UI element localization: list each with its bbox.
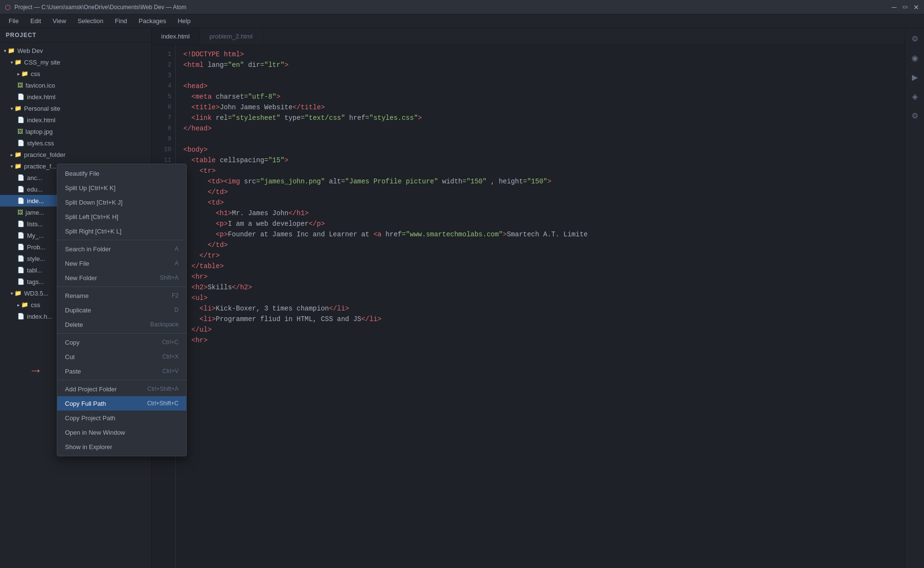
ctx-label: Open in New Window <box>65 429 125 436</box>
ctx-item-split-up-[ctrl+k-k][interactable]: Split Up [Ctrl+K K] <box>57 181 186 195</box>
ctx-label: Rename <box>65 292 89 299</box>
ctx-label: Split Right [Ctrl+K L] <box>65 228 121 235</box>
ctx-label: Search in Folder <box>65 245 111 253</box>
tree-arrow-css: ▸ <box>17 71 20 77</box>
ctx-separator-9 <box>57 286 186 287</box>
tab-0[interactable]: index.html <box>152 28 200 45</box>
menu-item-help[interactable]: Help <box>173 16 195 26</box>
tree-icon-web-dev: 📁 <box>8 47 15 54</box>
tree-icon-edu: 📄 <box>17 186 25 193</box>
ctx-label: Beautify File <box>65 170 100 177</box>
tree-icon-my: 📄 <box>17 232 25 239</box>
menu-item-file[interactable]: File <box>4 16 24 26</box>
tree-label-web-dev: Web Dev <box>17 47 43 54</box>
tree-item-favicon[interactable]: 🖼favicon.ico <box>0 79 151 91</box>
tree-item-index-personal[interactable]: 📄index.html <box>0 114 151 126</box>
line-number-10: 10 <box>152 144 171 155</box>
tree-label-practice-folder: pracrice_folder <box>24 151 65 158</box>
tree-item-css[interactable]: ▸📁css <box>0 68 151 79</box>
ctx-item-split-down-[ctrl+k-j][interactable]: Split Down [Ctrl+K J] <box>57 195 186 209</box>
window-controls: ─ ▭ ✕ <box>892 3 919 11</box>
tree-label-wd35: WD3.5... <box>24 290 49 297</box>
ctx-item-duplicate[interactable]: DuplicateD <box>57 303 186 317</box>
ctx-item-new-folder[interactable]: New FolderShift+A <box>57 271 186 285</box>
line-number-4: 4 <box>152 81 171 91</box>
tree-icon-css-wd: 📁 <box>21 301 28 308</box>
ctx-item-copy-project-path[interactable]: Copy Project Path <box>57 411 186 425</box>
tabs-bar: index.htmlproblem_2.html <box>152 28 905 45</box>
ctx-separator-5 <box>57 240 186 240</box>
ctx-shortcut: Ctrl+Shift+A <box>147 386 179 392</box>
ctx-item-search-in-folder[interactable]: Search in FolderA <box>57 242 186 256</box>
ctx-item-split-left-[ctrl+k-h][interactable]: Split Left [Ctrl+K H] <box>57 209 186 224</box>
record-icon[interactable]: ▶ <box>908 70 922 84</box>
tree-icon-styles-css: 📄 <box>17 140 25 146</box>
menu-item-find[interactable]: Find <box>110 16 132 26</box>
ctx-item-add-project-folder[interactable]: Add Project FolderCtrl+Shift+A <box>57 382 186 396</box>
settings-icon[interactable]: ⚙ <box>908 32 922 45</box>
tree-icon-index-css: 📄 <box>17 93 25 100</box>
ctx-item-beautify-file[interactable]: Beautify File <box>57 166 186 181</box>
tree-icon-laptop-jpg: 🖼 <box>17 128 23 135</box>
config-icon[interactable]: ⚙ <box>908 109 922 122</box>
menu-item-selection[interactable]: Selection <box>73 16 108 26</box>
tree-icon-wd35: 📁 <box>14 290 22 297</box>
tree-icon-prob: 📄 <box>17 244 25 250</box>
maximize-button[interactable]: ▭ <box>902 3 908 11</box>
ctx-item-new-file[interactable]: New FileA <box>57 256 186 271</box>
ctx-item-paste[interactable]: PasteCtrl+V <box>57 364 186 378</box>
ctx-item-split-right-[ctrl+k-l][interactable]: Split Right [Ctrl+K L] <box>57 224 186 238</box>
tree-arrow-practice-folder: ▸ <box>11 152 13 157</box>
ctx-item-cut[interactable]: CutCtrl+X <box>57 349 186 364</box>
tree-item-css-my-site[interactable]: ▾📁CSS_my site <box>0 56 151 68</box>
tree-label-anc: anc... <box>27 174 42 181</box>
tree-item-practice-folder[interactable]: ▸📁pracrice_folder <box>0 149 151 160</box>
editor-area: index.htmlproblem_2.html 123456789101112… <box>152 28 905 568</box>
menu-item-view[interactable]: View <box>48 16 71 26</box>
camera-icon[interactable]: ◉ <box>908 51 922 65</box>
ctx-item-show-in-explorer[interactable]: Show in Explorer <box>57 439 186 454</box>
ctx-label: Delete <box>65 321 83 328</box>
code-area: 1234567891011121314151617181920212223242… <box>152 45 905 568</box>
ctx-item-copy-full-path[interactable]: Copy Full PathCtrl+Shift+C <box>57 396 186 411</box>
tree-label-tags: tags... <box>27 278 44 285</box>
ctx-shortcut: Backspace <box>150 321 179 328</box>
line-number-7: 7 <box>152 113 171 123</box>
tree-label-personal-site: Personal site <box>24 105 60 112</box>
tree-icon-personal-site: 📁 <box>14 105 22 112</box>
tab-1[interactable]: problem_2.html <box>200 28 263 45</box>
code-content[interactable]: <!DOCTYPE html> <html lang="en" dir="ltr… <box>176 45 905 568</box>
tree-label-favicon: favicon.ico <box>26 82 55 89</box>
context-menu: Beautify FileSplit Up [Ctrl+K K]Split Do… <box>57 164 187 456</box>
ctx-item-copy[interactable]: CopyCtrl+C <box>57 335 186 349</box>
tree-label-css-wd: css <box>31 301 40 309</box>
tree-item-laptop-jpg[interactable]: 🖼laptop.jpg <box>0 126 151 137</box>
ctx-item-delete[interactable]: DeleteBackspace <box>57 317 186 332</box>
tree-icon-anc: 📄 <box>17 174 25 181</box>
ctx-label: Add Project Folder <box>65 386 117 393</box>
tree-item-styles-css[interactable]: 📄styles.css <box>0 137 151 149</box>
ctx-item-open-in-new-window[interactable]: Open in New Window <box>57 425 186 439</box>
line-number-6: 6 <box>152 102 171 113</box>
tree-label-index-selected: inde... <box>27 197 44 205</box>
tree-arrow-web-dev: ▾ <box>4 48 6 53</box>
tree-label-index-personal: index.html <box>27 116 55 124</box>
menu-item-packages[interactable]: Packages <box>134 16 171 26</box>
tree-label-practice-f2: practice_f... <box>24 163 56 170</box>
right-panel: ⚙◉▶◈⚙ <box>905 28 924 568</box>
ctx-shortcut: Shift+A <box>160 274 179 281</box>
ctx-separator-13 <box>57 333 186 334</box>
tree-icon-index-personal: 📄 <box>17 116 25 123</box>
tree-item-personal-site[interactable]: ▾📁Personal site <box>0 103 151 114</box>
tree-item-web-dev[interactable]: ▾📁Web Dev <box>0 45 151 56</box>
close-button[interactable]: ✕ <box>913 3 919 11</box>
tree-icon-css: 📁 <box>21 70 28 77</box>
ctx-item-rename[interactable]: RenameF2 <box>57 288 186 303</box>
tree-label-styles-css: styles.css <box>27 140 54 147</box>
ctx-label: Cut <box>65 353 75 361</box>
ctx-label: Show in Explorer <box>65 443 112 451</box>
tree-item-index-css[interactable]: 📄index.html <box>0 91 151 103</box>
minimize-button[interactable]: ─ <box>892 3 897 11</box>
plugin-icon[interactable]: ◈ <box>908 90 922 103</box>
menu-item-edit[interactable]: Edit <box>26 16 46 26</box>
